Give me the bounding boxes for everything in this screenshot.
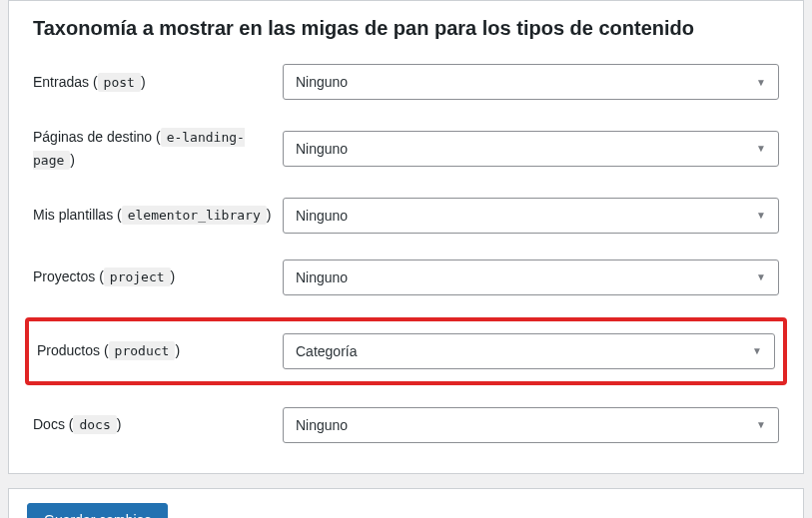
chevron-down-icon: ▼ xyxy=(756,271,766,282)
code-projects: project xyxy=(104,267,171,286)
select-docs-value: Ninguno xyxy=(296,417,348,433)
select-docs[interactable]: Ninguno ▼ xyxy=(283,407,779,443)
code-docs: docs xyxy=(73,415,116,434)
select-products-value: Categoría xyxy=(296,343,357,359)
chevron-down-icon: ▼ xyxy=(756,143,766,154)
row-products: Productos (product) Categoría ▼ xyxy=(25,317,787,385)
select-templates[interactable]: Ninguno ▼ xyxy=(283,198,779,234)
select-landing[interactable]: Ninguno ▼ xyxy=(283,131,779,167)
row-projects: Proyectos (project) Ninguno ▼ xyxy=(33,256,779,299)
select-entries[interactable]: Ninguno ▼ xyxy=(283,64,779,100)
section-title: Taxonomía a mostrar en las migas de pan … xyxy=(33,17,779,40)
code-products: product xyxy=(109,341,176,360)
select-templates-value: Ninguno xyxy=(296,208,348,224)
code-templates: elementor_library xyxy=(122,206,267,225)
label-entries: Entradas (post) xyxy=(33,71,283,94)
label-products: Productos (product) xyxy=(33,339,283,362)
row-docs: Docs (docs) Ninguno ▼ xyxy=(33,403,779,447)
chevron-down-icon: ▼ xyxy=(756,77,766,88)
select-projects[interactable]: Ninguno ▼ xyxy=(283,259,779,295)
select-entries-value: Ninguno xyxy=(296,74,348,90)
taxonomy-settings-panel: Taxonomía a mostrar en las migas de pan … xyxy=(8,0,804,474)
chevron-down-icon: ▼ xyxy=(756,419,766,430)
label-docs: Docs (docs) xyxy=(33,413,283,436)
label-projects: Proyectos (project) xyxy=(33,265,283,288)
row-landing: Páginas de destino (e-landing-page) Ning… xyxy=(33,122,779,176)
code-entries: post xyxy=(98,73,141,92)
select-projects-value: Ninguno xyxy=(296,269,348,285)
save-button[interactable]: Guardar cambios xyxy=(27,503,168,518)
footer-bar: Guardar cambios xyxy=(8,488,804,518)
label-landing: Páginas de destino (e-landing-page) xyxy=(33,126,283,172)
chevron-down-icon: ▼ xyxy=(756,210,766,221)
row-templates: Mis plantillas (elementor_library) Ningu… xyxy=(33,194,779,238)
label-templates: Mis plantillas (elementor_library) xyxy=(33,204,283,227)
select-products[interactable]: Categoría ▼ xyxy=(283,333,775,369)
chevron-down-icon: ▼ xyxy=(752,345,762,356)
row-entries: Entradas (post) Ninguno ▼ xyxy=(33,60,779,104)
select-landing-value: Ninguno xyxy=(296,141,348,157)
